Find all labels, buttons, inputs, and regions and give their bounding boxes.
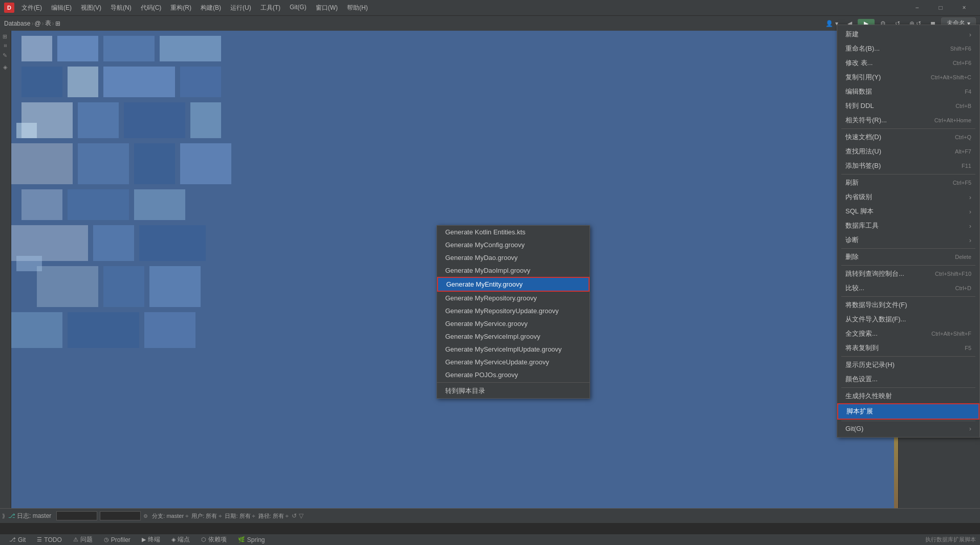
menu-bar: 文件(E)编辑(E)视图(V)导航(N)代码(C)重构(R)构建(B)运行(U)… <box>17 3 905 13</box>
ctx-item-shortcut-4: F4 <box>965 89 971 95</box>
bottom-tab-终端[interactable]: ▶终端 <box>137 534 165 545</box>
expand-bottom-btn[interactable]: ⟫ <box>2 513 5 519</box>
branch-filter[interactable]: 分支: master ÷ <box>152 512 188 520</box>
tab-label-7: Spring <box>247 536 265 543</box>
ctx-main-item-25[interactable]: 脚本扩展 <box>837 403 979 420</box>
menu-item-E[interactable]: 编辑(E) <box>47 3 76 13</box>
ctx-main-item-7[interactable]: 快速文档(D)Ctrl+Q <box>837 130 979 144</box>
ctx-item-label-18: 将数据导出到文件(F) <box>845 300 971 310</box>
ctx-main-item-9[interactable]: 添加书签(B)F11 <box>837 159 979 173</box>
generate-menu-item-9[interactable]: Generate MyServiceImplUpdate.groovy <box>437 343 590 356</box>
ctx-main-item-12[interactable]: SQL 脚本› <box>837 204 979 219</box>
ctx-main-item-8[interactable]: 查找用法(U)Alt+F7 <box>837 144 979 159</box>
ctx-main-item-16[interactable]: 跳转到查询控制台...Ctrl+Shift+F10 <box>837 267 979 281</box>
ctx-item-arrow-0: › <box>969 31 971 38</box>
path-filter[interactable]: 路径: 所有 ÷ <box>258 512 289 520</box>
ctx-item-label-12: SQL 脚本 <box>845 207 969 216</box>
ctx-main-item-24[interactable]: 生成持久性映射 <box>837 389 979 403</box>
ctx-item-label-14: 诊断 <box>845 235 969 245</box>
menu-item-R[interactable]: 重构(R) <box>166 3 195 13</box>
ctx-item-arrow-14: › <box>969 236 971 244</box>
ctx-main-item-13[interactable]: 数据库工具› <box>837 219 979 233</box>
sidebar-icon-2[interactable]: ≡ <box>2 42 10 49</box>
generate-menu-item-6[interactable]: Generate MyRepositoryUpdate.groovy <box>437 304 590 317</box>
ctx-main-item-5[interactable]: 转到 DDLCtrl+B <box>837 99 979 113</box>
breadcrumb-table[interactable]: 表 <box>45 19 51 28</box>
minimize-button[interactable]: − <box>905 0 929 15</box>
generate-menu-item-2[interactable]: Generate MyDao.groovy <box>437 251 590 264</box>
breadcrumb-at[interactable]: @ <box>34 20 40 27</box>
bottom-tab-依赖项[interactable]: ⬡依赖项 <box>196 534 232 545</box>
maximize-button[interactable]: □ <box>929 0 952 15</box>
breadcrumb-database[interactable]: Database <box>4 20 30 27</box>
bottom-tab-todo[interactable]: ☰TODO <box>32 535 67 544</box>
ctx-main-item-3[interactable]: 复制引用(Y)Ctrl+Alt+Shift+C <box>837 70 979 84</box>
tab-label-4: 终端 <box>148 535 160 544</box>
bottom-tab-端点[interactable]: ◈端点 <box>166 534 195 545</box>
ctx-main-item-1[interactable]: 重命名(B)...Shift+F6 <box>837 41 979 56</box>
tab-icon-4: ▶ <box>142 536 146 543</box>
generate-menu-item-5[interactable]: Generate MyRepository.groovy <box>437 292 590 304</box>
generate-menu-item-3[interactable]: Generate MyDaoImpl.groovy <box>437 264 590 277</box>
tab-icon-1: ☰ <box>37 536 42 543</box>
menu-item-V[interactable]: 视图(V) <box>77 3 105 13</box>
date-filter[interactable]: 日期: 所有 ÷ <box>225 512 255 520</box>
filter-btn[interactable]: ▽ <box>299 512 303 519</box>
bottom-tab-git[interactable]: ⎇Git <box>4 535 31 544</box>
menu-item-W[interactable]: 窗口(W) <box>312 3 342 13</box>
menu-item-N[interactable]: 导航(N) <box>106 3 136 13</box>
menu-item-B[interactable]: 构建(B) <box>197 3 225 13</box>
bottom-tab-spring[interactable]: 🌿Spring <box>233 535 270 544</box>
ctx-main-item-2[interactable]: 修改 表...Ctrl+F6 <box>837 56 979 70</box>
ctx-main-item-17[interactable]: 比较...Ctrl+D <box>837 281 979 295</box>
ctx-main-item-20[interactable]: 全文搜索...Ctrl+Alt+Shift+F <box>837 326 979 341</box>
menu-item-H[interactable]: 帮助(H) <box>343 3 372 13</box>
ctx-main-item-19[interactable]: 从文件导入数据(F)... <box>837 312 979 326</box>
breadcrumb-grid[interactable]: ⊞ <box>55 20 60 27</box>
ctx-main-item-11[interactable]: 内省级别› <box>837 190 979 204</box>
generate-menu-item-0[interactable]: Generate Kotlin Entities.kts <box>437 226 590 238</box>
generate-menu-item-8[interactable]: Generate MyServiceImpl.groovy <box>437 330 590 343</box>
tab-label-1: TODO <box>44 536 61 543</box>
menu-item-U[interactable]: 运行(U) <box>226 3 255 13</box>
menu-item-T[interactable]: 工具(T) <box>256 3 285 13</box>
ctx-item-shortcut-2: Ctrl+F6 <box>953 60 971 66</box>
ctx-main-item-14[interactable]: 诊断› <box>837 233 979 247</box>
ctx-main-item-10[interactable]: 刷新Ctrl+F5 <box>837 176 979 190</box>
search-input-2[interactable] <box>100 511 141 520</box>
menu-item-C[interactable]: 代码(C) <box>137 3 166 13</box>
menu-item-E[interactable]: 文件(E) <box>17 3 46 13</box>
search-settings-btn[interactable]: ⚙ <box>143 513 148 519</box>
generate-menu-item-4[interactable]: Generate MyEntity.groovy <box>437 277 590 292</box>
refresh-filter-btn[interactable]: ↺ <box>292 512 297 519</box>
ctx-main-item-23[interactable]: 颜色设置... <box>837 372 979 386</box>
ctx-item-arrow-13: › <box>969 222 971 230</box>
sidebar-icon-3[interactable]: ✎ <box>1 51 10 60</box>
tab-label-5: 端点 <box>178 535 190 544</box>
generate-menu-item-1[interactable]: Generate MyConfig.groovy <box>437 238 590 251</box>
ctx-main-item-4[interactable]: 编辑数据F4 <box>837 84 979 99</box>
bottom-tab-profiler[interactable]: ◷Profiler <box>99 535 136 544</box>
sidebar-icon-4[interactable]: ◈ <box>1 62 10 72</box>
close-button[interactable]: × <box>952 0 976 15</box>
generate-menu-item-10[interactable]: Generate MyServiceUpdate.groovy <box>437 356 590 368</box>
user-filter[interactable]: 用户: 所有 ÷ <box>191 512 222 520</box>
ctx-item-label-0: 新建 <box>845 30 969 39</box>
generate-menu-item-11[interactable]: Generate POJOs.groovy <box>437 368 590 381</box>
generate-menu-item-7[interactable]: Generate MyService.groovy <box>437 317 590 330</box>
status-tabs: ⎇Git☰TODO⚠问题◷Profiler▶终端◈端点⬡依赖项🌿Spring <box>4 534 270 545</box>
ctx-main-item-26[interactable]: Git(G)› <box>837 422 979 435</box>
sidebar-icon-1[interactable]: ⊞ <box>1 33 10 40</box>
ctx-main-item-15[interactable]: 删除Delete <box>837 250 979 264</box>
ctx-main-item-21[interactable]: 将表复制到F5 <box>837 341 979 355</box>
bottom-tab-问题[interactable]: ⚠问题 <box>68 534 98 545</box>
ctx-main-item-22[interactable]: 显示历史记录(H) <box>837 358 979 372</box>
ctx-main-item-0[interactable]: 新建› <box>837 27 979 41</box>
search-input-1[interactable] <box>56 511 97 520</box>
ctx-main-item-18[interactable]: 将数据导出到文件(F) <box>837 298 979 312</box>
ctx-item-label-22: 显示历史记录(H) <box>845 360 971 369</box>
ctx-main-item-6[interactable]: 相关符号(R)...Ctrl+Alt+Home <box>837 113 979 127</box>
generate-menu-footer[interactable]: 转到脚本目录 <box>437 384 590 398</box>
ctx-item-label-10: 刷新 <box>845 178 953 187</box>
menu-item-GitG[interactable]: Git(G) <box>286 3 311 13</box>
